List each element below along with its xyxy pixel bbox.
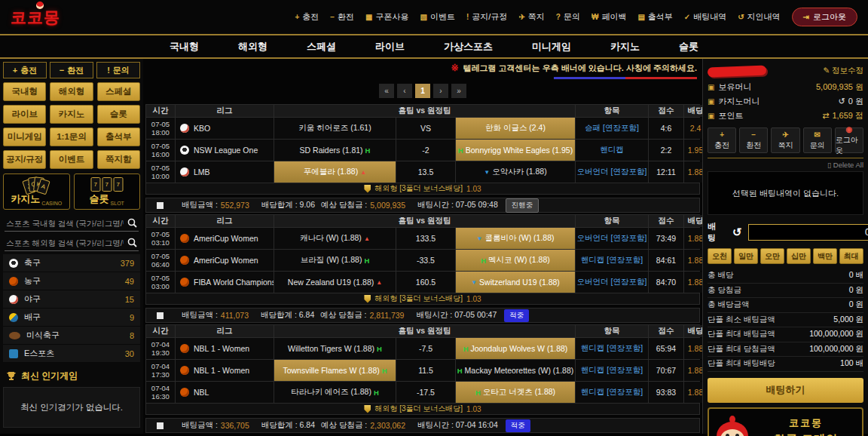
search-input-overseas[interactable] [6, 238, 124, 247]
quick-amount-오만[interactable]: 오만 [760, 248, 784, 264]
topbar-menu-지인내역[interactable]: ↺지인내역 [738, 11, 780, 23]
sidebar-menu-카지노[interactable]: 카지노 [50, 105, 93, 124]
quick-amount-최대[interactable]: 최대 [839, 248, 863, 264]
delete-all-button[interactable]: ▯ Delete All [708, 161, 863, 171]
away-team-cell[interactable]: ▼콜롬비아 (W) (1.88) [456, 228, 575, 249]
topbar-menu-구폰사용[interactable]: ▦구폰사용 [365, 11, 408, 23]
market-type[interactable]: 오버언더 [연장포함] [576, 228, 648, 249]
search-icon[interactable] [127, 218, 137, 228]
away-team-cell[interactable]: HMackay Meteorettes (W) (1.88) [456, 360, 575, 381]
logout-button[interactable]: ⇥ 로그아웃 [792, 8, 857, 26]
search-icon[interactable] [127, 238, 137, 247]
sidebar-menu-해외형[interactable]: 해외형 [50, 82, 93, 101]
domain-banner[interactable]: 코코몽 한글 도메인 [708, 407, 863, 436]
market-type[interactable]: 핸디캡 [연장포함] [576, 360, 648, 381]
home-team-cell[interactable]: 캐나다 (W) (1.88)▲ [274, 228, 396, 249]
sidebar-menu-라이브[interactable]: 라이브 [3, 105, 46, 124]
refresh-icon[interactable]: ↺ [839, 97, 845, 106]
home-team-cell[interactable]: 푸에블라 (1.88)▲ [274, 161, 396, 183]
topbar-menu-이벤트[interactable]: ▧이벤트 [420, 11, 455, 23]
page-button-1[interactable]: 1 [415, 84, 430, 98]
market-type[interactable]: 핸디캡 [연장포함] [576, 338, 648, 359]
nav-item-국내형[interactable]: 국내형 [150, 40, 219, 54]
home-team-cell[interactable]: 키움 히어로즈 (1.61) [274, 118, 396, 139]
page-button-«[interactable]: « [379, 84, 394, 98]
nav-item-스페셜[interactable]: 스페셜 [287, 40, 356, 54]
sidebar-menu-공지/규정[interactable]: 공지/규정 [3, 150, 46, 169]
place-bet-button[interactable]: 배팅하기 [708, 378, 863, 403]
sidebar-menu-이벤트[interactable]: 이벤트 [50, 150, 93, 169]
slot-banner[interactable]: 777슬롯SLOT [74, 173, 141, 210]
quick-amount-일만[interactable]: 일만 [734, 248, 758, 264]
away-team-cell[interactable]: HBonnyrigg White Eagles (1.95) [456, 140, 575, 161]
away-team-cell[interactable]: ▼오악사카 (1.88) [456, 161, 575, 183]
sidebar-menu-1:1문의[interactable]: 1:1문의 [50, 127, 93, 146]
bet-select-checkbox[interactable] [157, 312, 164, 319]
topbar-menu-배팅내역[interactable]: ✓배팅내역 [684, 11, 726, 23]
page-button-›[interactable]: › [433, 84, 448, 98]
topbar-menu-문의[interactable]: ?문의 [556, 11, 580, 23]
nav-item-미니게임[interactable]: 미니게임 [512, 40, 591, 54]
bet-reset-icon[interactable]: ↺ [732, 226, 742, 239]
site-logo[interactable]: 코코몽 [11, 7, 60, 28]
sidebar-menu-쪽지함[interactable]: 쪽지함 [97, 150, 140, 169]
edit-profile-link[interactable]: ✎ 정보수정 [823, 66, 863, 76]
sport-filter-농구[interactable]: 농구49 [3, 272, 140, 290]
home-team-cell[interactable]: Willetton Tigers W (1.88)H [274, 338, 396, 359]
topbar-menu-출석부[interactable]: ▤출석부 [637, 11, 672, 23]
panel-button-로그아웃[interactable]: ◉로그아웃 [835, 127, 863, 153]
sidebar-quick-환전[interactable]: −환전 [50, 62, 93, 78]
nav-item-가상스포츠[interactable]: 가상스포츠 [424, 40, 512, 54]
home-team-cell[interactable]: 브라질 (W) (1.88)H [274, 250, 396, 271]
home-team-cell[interactable]: SD Raiders (1.81)H [274, 140, 396, 161]
casino-banner[interactable]: JQKA카지노CASINO [3, 173, 70, 210]
sidebar-menu-국내형[interactable]: 국내형 [3, 82, 46, 101]
bet-select-checkbox[interactable] [157, 202, 164, 209]
sport-filter-배구[interactable]: 배구9 [3, 309, 140, 327]
panel-button-쪽지[interactable]: ✈쪽지 [771, 127, 799, 153]
sport-filter-야구[interactable]: 야구15 [3, 290, 140, 309]
quick-amount-백만[interactable]: 백만 [813, 248, 837, 264]
away-team-cell[interactable]: 한화 이글스 (2.4) [456, 118, 575, 139]
sidebar-menu-스페셜[interactable]: 스페셜 [97, 82, 140, 101]
market-type[interactable]: 오버언더 [연장포함] [576, 272, 648, 293]
home-team-cell[interactable]: Townsville Flames W (1.88)H [274, 360, 396, 381]
search-input-domestic[interactable] [6, 219, 124, 228]
home-team-cell[interactable]: New Zealand U19 (1.88)▲ [274, 272, 396, 293]
topbar-menu-충전[interactable]: +충전 [295, 11, 319, 23]
sidebar-quick-문의[interactable]: !문의 [96, 62, 140, 78]
topbar-menu-페이백[interactable]: ₩페이백 [591, 11, 626, 23]
sport-filter-미식축구[interactable]: 미식축구8 [3, 327, 140, 345]
page-button-»[interactable]: » [451, 84, 466, 98]
quick-amount-십만[interactable]: 십만 [787, 248, 811, 264]
home-team-cell[interactable]: 타라나키 에어즈 (1.88)H [274, 382, 396, 403]
away-team-cell[interactable]: ▼Switzerland U19 (1.88) [456, 272, 575, 293]
panel-button-충전[interactable]: +충전 [708, 127, 736, 153]
nav-item-슬롯[interactable]: 슬롯 [659, 40, 718, 54]
quick-amount-오천[interactable]: 오천 [708, 248, 732, 264]
panel-button-환전[interactable]: −환전 [739, 127, 768, 153]
page-button-‹[interactable]: ‹ [397, 84, 412, 98]
market-type[interactable]: 승패 [연장포함] [576, 118, 648, 139]
away-team-cell[interactable]: H오타고 너겟츠 (1.88) [456, 382, 575, 403]
market-type[interactable]: 핸디캡 [연장포함] [576, 382, 648, 403]
nav-item-라이브[interactable]: 라이브 [356, 40, 424, 54]
sidebar-menu-슬롯[interactable]: 슬롯 [97, 105, 140, 124]
bet-select-checkbox[interactable] [157, 422, 164, 429]
sidebar-menu-미니게임[interactable]: 미니게임 [3, 127, 46, 146]
away-team-cell[interactable]: HJoondalup Wolves W (1.88) [456, 338, 575, 359]
sidebar-quick-충전[interactable]: +충전 [3, 62, 47, 78]
market-type[interactable]: 핸디캡 [576, 140, 648, 161]
bet-amount-input[interactable] [748, 224, 868, 241]
sport-filter-축구[interactable]: 축구379 [3, 254, 140, 272]
topbar-menu-공지/규정[interactable]: !공지/규정 [466, 11, 507, 23]
refresh-icon[interactable]: ⇄ [822, 111, 829, 121]
topbar-menu-쪽지[interactable]: ✈쪽지 [518, 11, 544, 23]
topbar-menu-환전[interactable]: −환전 [330, 11, 354, 23]
sport-filter-E스포츠[interactable]: E스포츠30 [3, 345, 140, 363]
market-type[interactable]: 오버언더 [연장포함] [576, 161, 648, 183]
market-type[interactable]: 핸디캡 [연장포함] [576, 250, 648, 271]
away-team-cell[interactable]: H멕시코 (W) (1.88) [456, 250, 575, 271]
sidebar-menu-출석부[interactable]: 출석부 [97, 127, 140, 146]
panel-button-문의[interactable]: ✉문의 [803, 127, 832, 153]
